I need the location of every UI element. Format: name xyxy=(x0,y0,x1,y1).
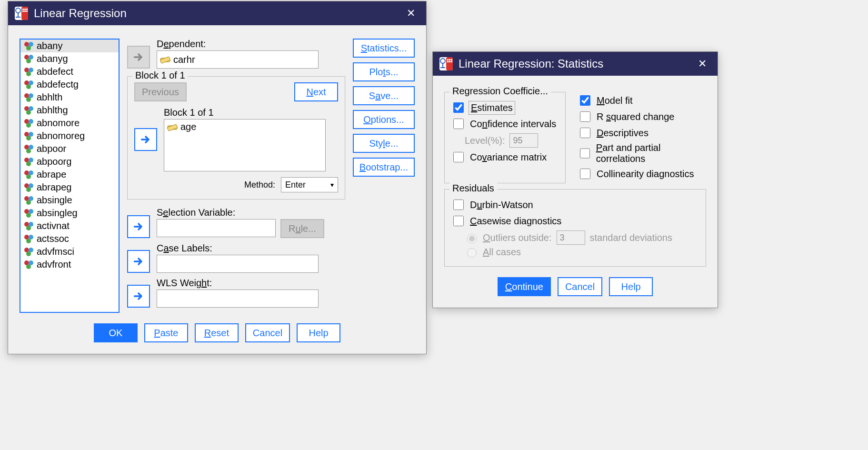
nominal-icon xyxy=(23,118,34,129)
variable-item[interactable]: abnomore xyxy=(20,117,119,130)
nominal-icon xyxy=(23,131,34,141)
variable-item[interactable]: abhlthg xyxy=(20,104,119,117)
nominal-icon xyxy=(23,67,34,77)
statistics-dialog: Linear Regression: Statistics ✕ Regressi… xyxy=(432,51,718,308)
method-select[interactable]: Enter ▾ xyxy=(281,177,338,192)
outliers-stddev-input xyxy=(557,230,585,245)
variable-item[interactable]: actssoc xyxy=(20,232,119,245)
variable-item[interactable]: abdefectg xyxy=(20,78,119,91)
nominal-icon xyxy=(23,54,34,64)
variable-item[interactable]: abany xyxy=(20,40,119,52)
titlebar[interactable]: Linear Regression ✕ xyxy=(8,1,426,25)
right-checkbox-column: Model fit R squared change Descriptives … xyxy=(578,89,706,183)
variable-name: activnat xyxy=(37,220,70,231)
stddev-label: standard deviations xyxy=(590,232,672,243)
nominal-icon xyxy=(23,144,34,154)
block-next-button[interactable]: Next xyxy=(294,82,338,101)
all-cases-radio: All cases xyxy=(465,247,699,258)
confidence-intervals-checkbox[interactable]: Confidence intervals xyxy=(451,117,559,130)
variable-list[interactable]: abanyabanygabdefectabdefectgabhlthabhlth… xyxy=(20,39,120,313)
move-to-selection-button[interactable] xyxy=(127,215,150,238)
casewise-diagnostics-checkbox[interactable]: Casewise diagnostics xyxy=(451,214,699,228)
variable-name: abpoor xyxy=(37,143,66,154)
part-partial-correlations-checkbox[interactable]: Part and partial correlations xyxy=(578,142,706,164)
block-variables-list[interactable]: age xyxy=(164,119,326,171)
variable-item[interactable]: activnat xyxy=(20,220,119,232)
cancel-button[interactable]: Cancel xyxy=(245,323,290,342)
block-legend: Block 1 of 1 xyxy=(132,70,188,81)
variable-name: abrape xyxy=(37,169,66,180)
nominal-icon xyxy=(23,80,34,90)
collinearity-diagnostics-checkbox[interactable]: Collinearity diagnostics xyxy=(578,167,706,180)
move-to-wls-button[interactable] xyxy=(127,285,150,308)
variable-item[interactable]: abrapeg xyxy=(20,181,119,194)
outliers-outside-radio: Outliers outside: standard deviations xyxy=(465,230,699,245)
variable-list-container: abanyabanygabdefectabdefectgabhlthabhlth… xyxy=(20,39,120,313)
variable-name: abanyg xyxy=(37,53,68,64)
variable-item[interactable]: abdefect xyxy=(20,65,119,78)
covariance-matrix-checkbox[interactable]: Covariance matrix xyxy=(451,150,559,164)
spss-app-icon xyxy=(439,57,453,70)
variable-item[interactable]: abrape xyxy=(20,168,119,181)
residuals-legend: Residuals xyxy=(449,183,497,194)
help-button[interactable]: Help xyxy=(609,277,653,296)
residuals-group: Residuals Durbin-Watson Casewise diagnos… xyxy=(444,189,706,267)
statistics-button[interactable]: Statistics... xyxy=(353,39,415,58)
variable-name: actssoc xyxy=(37,233,69,244)
method-value: Enter xyxy=(285,180,306,190)
style-button[interactable]: Style... xyxy=(353,134,415,153)
move-to-block-button[interactable] xyxy=(134,128,157,151)
variable-item[interactable]: absingle xyxy=(20,194,119,207)
cancel-button[interactable]: Cancel xyxy=(558,277,602,296)
variable-name: abhlth xyxy=(37,92,63,103)
reg-coef-legend: Regression Coefficie... xyxy=(449,86,551,97)
save-button[interactable]: Save... xyxy=(353,86,415,105)
variable-name: abpoorg xyxy=(37,156,71,167)
bootstrap-button[interactable]: Bootstrap... xyxy=(353,158,415,177)
reset-button[interactable]: Reset xyxy=(195,323,239,342)
variable-name: advfront xyxy=(37,259,71,270)
move-to-caselabels-button[interactable] xyxy=(127,250,150,273)
durbin-watson-checkbox[interactable]: Durbin-Watson xyxy=(451,198,699,211)
variable-name: absingleg xyxy=(37,208,78,219)
move-to-dependent-button[interactable] xyxy=(127,46,150,69)
dialog-body: abanyabanygabdefectabdefectgabhlthabhlth… xyxy=(8,25,426,354)
dependent-field[interactable]: carhr xyxy=(157,50,319,69)
variable-item[interactable]: abanyg xyxy=(20,52,119,65)
variable-item[interactable]: abnomoreg xyxy=(20,130,119,142)
titlebar[interactable]: Linear Regression: Statistics ✕ xyxy=(433,52,718,76)
plots-button[interactable]: Plots... xyxy=(353,62,415,81)
method-label: Method: xyxy=(244,180,275,190)
variable-name: abdefectg xyxy=(37,79,79,90)
variable-item[interactable]: advfront xyxy=(20,258,119,271)
continue-button[interactable]: Continue xyxy=(498,277,551,296)
options-button[interactable]: Options... xyxy=(353,110,415,129)
nominal-icon xyxy=(23,260,34,270)
model-fit-checkbox[interactable]: Model fit xyxy=(578,94,706,107)
close-icon[interactable]: ✕ xyxy=(402,5,419,22)
r-squared-change-checkbox[interactable]: R squared change xyxy=(578,110,706,123)
estimates-checkbox[interactable]: Estimates xyxy=(451,101,559,114)
dependent-value: carhr xyxy=(173,54,195,65)
close-icon[interactable]: ✕ xyxy=(694,55,711,72)
variable-item[interactable]: abhlth xyxy=(20,91,119,104)
nominal-icon xyxy=(23,208,34,219)
nominal-icon xyxy=(23,157,34,167)
selection-variable-field[interactable] xyxy=(157,219,276,237)
help-button[interactable]: Help xyxy=(297,323,340,342)
nominal-icon xyxy=(23,41,34,51)
wls-weight-field[interactable] xyxy=(157,290,319,308)
case-labels-field[interactable] xyxy=(157,255,319,273)
variable-item[interactable]: advfmsci xyxy=(20,245,119,258)
variable-name: advfmsci xyxy=(37,246,74,257)
ok-button[interactable]: OK xyxy=(94,323,138,342)
paste-button[interactable]: Paste xyxy=(144,323,188,342)
variable-item[interactable]: absingleg xyxy=(20,207,119,220)
descriptives-checkbox[interactable]: Descriptives xyxy=(578,126,706,140)
block-label: Block 1 of 1 xyxy=(164,107,326,118)
rule-button: Rule... xyxy=(280,219,324,238)
variable-item[interactable]: abpoorg xyxy=(20,155,119,168)
ci-level-row: Level(%): xyxy=(465,133,559,148)
scale-icon xyxy=(160,54,170,65)
variable-item[interactable]: abpoor xyxy=(20,142,119,155)
